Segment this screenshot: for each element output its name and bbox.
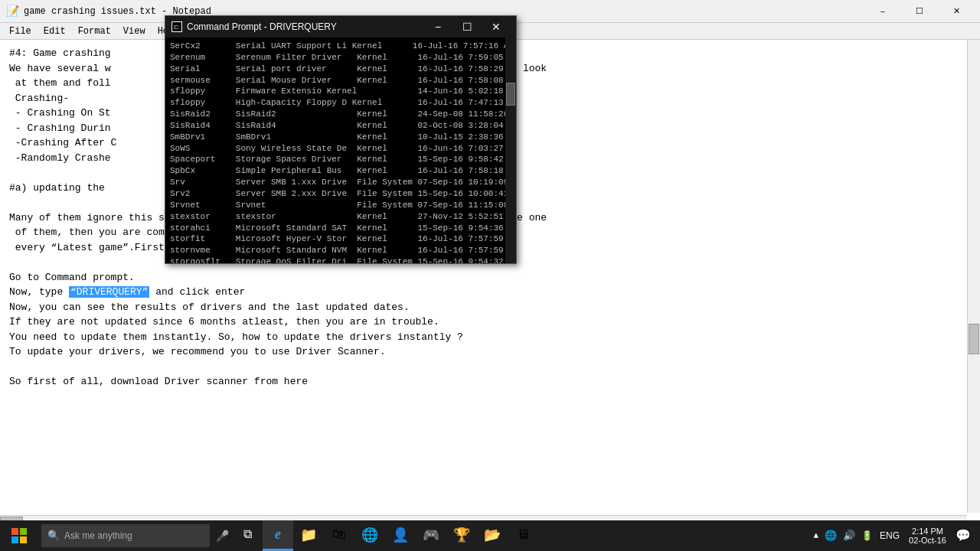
vertical-scroll-thumb[interactable] bbox=[969, 324, 979, 354]
file-explorer-icon: 📁 bbox=[300, 527, 317, 543]
text-line-20: You need to update them instantly. So, h… bbox=[9, 330, 956, 345]
cmd-window: C: Command Prompt - DRIVERQUERY − ☐ ✕ Se… bbox=[165, 15, 517, 264]
tray-up-arrow[interactable]: ▲ bbox=[811, 531, 821, 540]
game1-icon: 🎮 bbox=[423, 527, 439, 543]
taskbar-chrome-button[interactable]: 🌐 bbox=[354, 520, 385, 551]
microphone-button[interactable]: 🎤 bbox=[213, 530, 232, 543]
maximize-button[interactable]: ☐ bbox=[902, 4, 937, 19]
text-line-18: Now, you can see the results of drivers … bbox=[9, 300, 956, 315]
volume-icon[interactable]: 🔊 bbox=[841, 530, 858, 542]
taskbar-user-button[interactable]: 👤 bbox=[385, 520, 416, 551]
taskbar-search-bar[interactable]: 🔍 Ask me anything bbox=[41, 524, 210, 547]
cmd-app-icon: C: bbox=[172, 21, 182, 32]
text-line-19: If they are not updated since 6 months a… bbox=[9, 315, 956, 330]
task-view-icon: ⧉ bbox=[243, 527, 252, 542]
folder2-icon: 📂 bbox=[484, 527, 501, 543]
system-clock[interactable]: 2:14 PM 02-Oct-16 bbox=[904, 527, 951, 545]
battery-icon[interactable]: 🔋 bbox=[859, 530, 875, 542]
taskbar-explorer-button[interactable]: 📁 bbox=[293, 520, 324, 551]
language-indicator[interactable]: ENG bbox=[877, 530, 903, 541]
taskbar-game2-button[interactable]: 🏆 bbox=[446, 520, 477, 551]
user-avatar-icon: 👤 bbox=[392, 527, 409, 543]
notepad-window-controls: − ☐ ✕ bbox=[865, 4, 974, 19]
taskbar-store-button[interactable]: 🛍 bbox=[324, 520, 354, 551]
cmd-scroll-thumb[interactable] bbox=[506, 83, 515, 106]
cmd-maximize-button[interactable]: ☐ bbox=[453, 19, 481, 34]
minimize-button[interactable]: − bbox=[865, 4, 900, 19]
menu-view[interactable]: View bbox=[117, 24, 152, 38]
search-placeholder-text: Ask me anything bbox=[64, 530, 132, 541]
svg-rect-1 bbox=[20, 528, 27, 535]
taskbar-folder-button[interactable]: 📂 bbox=[477, 520, 508, 551]
cmd-close-button[interactable]: ✕ bbox=[482, 19, 510, 34]
svg-rect-2 bbox=[11, 536, 18, 543]
cmd-minimize-button[interactable]: − bbox=[424, 19, 452, 34]
text-line-16: Go to Command prompt. bbox=[9, 270, 956, 285]
text-line-21: To update your drivers, we recommend you… bbox=[9, 344, 956, 360]
taskbar-edge-button[interactable]: e bbox=[263, 520, 293, 551]
text-line-23: So first of all, download Driver scanner… bbox=[9, 374, 956, 390]
menu-file[interactable]: File bbox=[3, 24, 38, 38]
vertical-scrollbar[interactable] bbox=[967, 40, 980, 513]
store-icon: 🛍 bbox=[332, 527, 346, 543]
search-icon: 🔍 bbox=[47, 530, 60, 542]
start-button[interactable] bbox=[0, 520, 38, 551]
cmd-title-text: Command Prompt - DRIVERQUERY bbox=[187, 21, 337, 32]
svg-rect-3 bbox=[20, 536, 27, 543]
notepad-app-icon: 📝 bbox=[6, 5, 19, 18]
taskbar-monitor-button[interactable]: 🖥 bbox=[508, 520, 538, 551]
windows-logo-icon bbox=[11, 528, 27, 543]
edge-icon: e bbox=[275, 527, 281, 543]
menu-edit[interactable]: Edit bbox=[38, 24, 72, 38]
network-icon[interactable]: 🌐 bbox=[822, 530, 839, 542]
menu-format[interactable]: Format bbox=[72, 24, 117, 38]
notification-icon[interactable]: 💬 bbox=[952, 528, 974, 543]
clock-time: 2:14 PM bbox=[909, 527, 946, 536]
cmd-content-area: SerCx2 Serial UART Support Li Kernel 16-… bbox=[165, 37, 516, 263]
taskbar: 🔍 Ask me anything 🎤 ⧉ e 📁 🛍 🌐 👤 🎮 🏆 bbox=[0, 520, 980, 551]
monitor-icon: 🖥 bbox=[516, 527, 530, 543]
game2-icon: 🏆 bbox=[453, 527, 470, 543]
taskbar-system-tray: ▲ 🌐 🔊 🔋 ENG 2:14 PM 02-Oct-16 💬 bbox=[811, 527, 980, 545]
task-view-button[interactable]: ⧉ bbox=[232, 520, 263, 551]
text-line-17: Now, type “DRIVERQUERY” and click enter bbox=[9, 285, 956, 300]
highlighted-driverquery: “DRIVERQUERY” bbox=[69, 286, 149, 298]
clock-date: 02-Oct-16 bbox=[909, 536, 946, 545]
text-line-22 bbox=[9, 360, 956, 375]
taskbar-game1-button[interactable]: 🎮 bbox=[416, 520, 446, 551]
notepad-window: 📝 game crashing issues.txt - Notepad − ☐… bbox=[0, 0, 980, 551]
cmd-title-bar: C: Command Prompt - DRIVERQUERY − ☐ ✕ bbox=[165, 16, 516, 37]
cmd-scrollbar[interactable] bbox=[505, 37, 516, 263]
close-button[interactable]: ✕ bbox=[939, 4, 974, 19]
chrome-icon: 🌐 bbox=[361, 527, 378, 543]
svg-rect-0 bbox=[11, 528, 18, 535]
